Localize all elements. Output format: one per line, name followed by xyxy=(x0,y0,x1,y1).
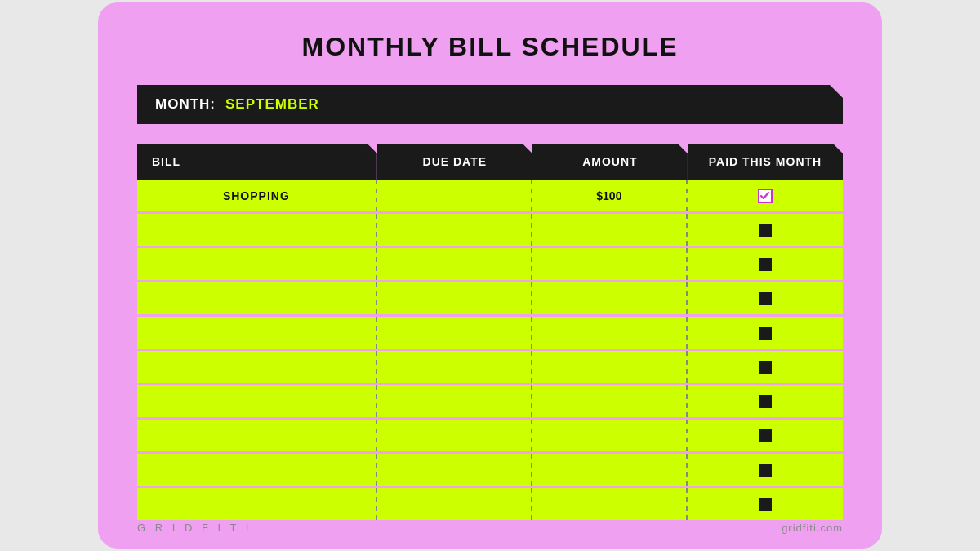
cell-bill xyxy=(137,351,377,385)
cell-duedate xyxy=(377,282,532,317)
cell-duedate xyxy=(377,454,532,488)
table-row xyxy=(137,317,843,351)
table-row xyxy=(137,420,843,454)
page-title: MONTHLY BILL SCHEDULE xyxy=(137,32,843,62)
cell-paid[interactable] xyxy=(688,180,843,214)
cell-bill xyxy=(137,248,377,282)
month-label: MONTH: xyxy=(155,96,216,113)
amount-value: $100 xyxy=(596,189,621,202)
bill-table: BILL DUE DATE AMOUNT PAID THIS MONTH SHO… xyxy=(137,144,843,522)
checkbox-unchecked-icon[interactable] xyxy=(759,224,772,237)
cell-bill: SHOPPING xyxy=(137,180,377,214)
cell-bill xyxy=(137,420,377,454)
cell-amount xyxy=(532,282,688,317)
table-row xyxy=(137,248,843,282)
checkbox-unchecked-icon[interactable] xyxy=(759,258,772,271)
cell-duedate xyxy=(377,317,532,351)
table-row xyxy=(137,214,843,248)
cell-amount xyxy=(532,488,688,522)
cell-bill xyxy=(137,488,377,522)
bill-name: SHOPPING xyxy=(223,189,290,202)
cell-duedate xyxy=(377,248,532,282)
checkbox-unchecked-icon[interactable] xyxy=(759,361,772,374)
month-bar: MONTH: SEPTEMBER xyxy=(137,85,843,124)
cell-paid[interactable] xyxy=(688,488,843,522)
col-header-duedate: DUE DATE xyxy=(377,144,532,180)
table-row xyxy=(137,454,843,488)
checkbox-unchecked-icon[interactable] xyxy=(759,395,772,408)
cell-bill xyxy=(137,214,377,248)
cell-paid[interactable] xyxy=(688,317,843,351)
cell-amount xyxy=(532,214,688,248)
cell-duedate xyxy=(377,351,532,385)
table-row xyxy=(137,282,843,317)
cell-paid[interactable] xyxy=(688,420,843,454)
table-row xyxy=(137,385,843,420)
checkbox-unchecked-icon[interactable] xyxy=(759,292,772,305)
cell-paid[interactable] xyxy=(688,385,843,420)
checkbox-unchecked-icon[interactable] xyxy=(759,327,772,340)
cell-amount xyxy=(532,454,688,488)
main-card: MONTHLY BILL SCHEDULE MONTH: SEPTEMBER B… xyxy=(98,2,882,549)
table-header-row: BILL DUE DATE AMOUNT PAID THIS MONTH xyxy=(137,144,843,180)
cell-amount xyxy=(532,248,688,282)
cell-bill xyxy=(137,317,377,351)
col-header-bill: BILL xyxy=(137,144,377,180)
bill-table-wrap: BILL DUE DATE AMOUNT PAID THIS MONTH SHO… xyxy=(137,144,843,522)
cell-paid[interactable] xyxy=(688,454,843,488)
checkbox-unchecked-icon[interactable] xyxy=(759,429,772,442)
cell-amount: $100 xyxy=(532,180,688,214)
cell-paid[interactable] xyxy=(688,214,843,248)
cell-duedate xyxy=(377,214,532,248)
cell-duedate xyxy=(377,420,532,454)
cell-bill xyxy=(137,282,377,317)
month-value: SEPTEMBER xyxy=(225,96,319,113)
brand-right: gridfiti.com xyxy=(782,522,843,534)
brand-left: G R I D F I T I xyxy=(137,522,252,534)
cell-paid[interactable] xyxy=(688,351,843,385)
cell-bill xyxy=(137,385,377,420)
checkbox-unchecked-icon[interactable] xyxy=(759,464,772,477)
table-row xyxy=(137,488,843,522)
cell-bill xyxy=(137,454,377,488)
checkbox-unchecked-icon[interactable] xyxy=(759,498,772,511)
table-row: SHOPPING$100 xyxy=(137,180,843,214)
checkbox-checked-icon[interactable] xyxy=(758,189,773,203)
col-header-paid: PAID THIS MONTH xyxy=(688,144,843,180)
cell-amount xyxy=(532,351,688,385)
cell-duedate xyxy=(377,385,532,420)
cell-amount xyxy=(532,317,688,351)
cell-amount xyxy=(532,385,688,420)
cell-paid[interactable] xyxy=(688,248,843,282)
cell-amount xyxy=(532,420,688,454)
cell-duedate xyxy=(377,180,532,214)
cell-paid[interactable] xyxy=(688,282,843,317)
cell-duedate xyxy=(377,488,532,522)
table-row xyxy=(137,351,843,385)
col-header-amount: AMOUNT xyxy=(532,144,688,180)
